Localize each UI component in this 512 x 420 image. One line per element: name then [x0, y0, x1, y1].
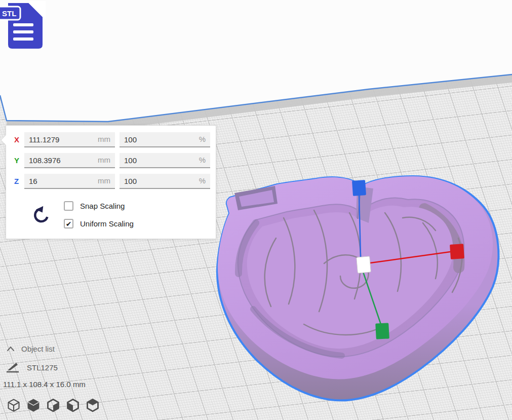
y-percent-field: % [120, 153, 210, 168]
y-axis-label: Y [14, 153, 23, 168]
x-percent-unit: % [199, 132, 206, 146]
x-scale-handle[interactable] [450, 244, 464, 259]
view-orientation-toolbar [7, 398, 100, 412]
x-size-unit: mm [98, 132, 110, 146]
reset-scale-button[interactable] [32, 204, 51, 224]
left-side-view-icon[interactable] [66, 398, 80, 412]
x-percent-input[interactable] [120, 132, 210, 146]
z-size-field: mm [24, 174, 115, 189]
model-dimensions-text: 111.1 x 108.4 x 16.0 mm [3, 380, 86, 389]
application-window: STL X mm % Y mm % [0, 0, 512, 420]
scale-row-y: Y mm % [6, 153, 216, 168]
3d-view-icon[interactable] [7, 398, 21, 412]
uniform-scaling-check-glyph: ✔ [66, 220, 72, 228]
stl-badge-text: STL [2, 9, 16, 18]
z-percent-unit: % [199, 174, 206, 188]
x-axis-label: X [14, 132, 23, 147]
y-scale-handle[interactable] [375, 323, 389, 339]
text-line [13, 30, 33, 33]
uniform-scaling-label: Uniform Scaling [80, 219, 134, 228]
top-view-icon[interactable] [46, 398, 60, 412]
z-size-unit: mm [98, 174, 110, 188]
scale-tool-panel: X mm % Y mm % Z mm [6, 125, 216, 239]
front-view-icon[interactable] [26, 398, 41, 412]
scale-row-z: Z mm % [6, 174, 216, 189]
z-scale-handle[interactable] [352, 180, 366, 196]
snap-scaling-checkbox[interactable] [64, 201, 73, 211]
object-list-item[interactable]: STL1275 [27, 363, 58, 372]
text-line [13, 23, 33, 26]
uniform-scaling-checkbox[interactable]: ✔ [64, 219, 73, 228]
center-scale-handle[interactable] [357, 256, 371, 273]
z-percent-field: % [120, 174, 210, 189]
mesh-model-icon [5, 361, 20, 374]
y-percent-unit: % [199, 153, 206, 167]
text-line [13, 37, 33, 41]
stl-file-icon[interactable]: STL [0, 0, 47, 52]
chevron-up-icon[interactable] [6, 345, 16, 352]
z-percent-input[interactable] [120, 174, 210, 188]
x-size-field: mm [24, 132, 115, 147]
x-percent-field: % [120, 132, 210, 147]
z-axis-label: Z [14, 174, 23, 189]
snap-scaling-label: Snap Scaling [80, 202, 125, 210]
scale-row-x: X mm % [6, 132, 216, 147]
y-percent-input[interactable] [120, 153, 210, 167]
y-size-field: mm [24, 153, 115, 168]
right-side-view-icon[interactable] [86, 398, 100, 412]
model-heart-mold[interactable] [217, 176, 498, 400]
y-size-unit: mm [98, 153, 110, 167]
object-list-header[interactable]: Object list [21, 345, 55, 353]
